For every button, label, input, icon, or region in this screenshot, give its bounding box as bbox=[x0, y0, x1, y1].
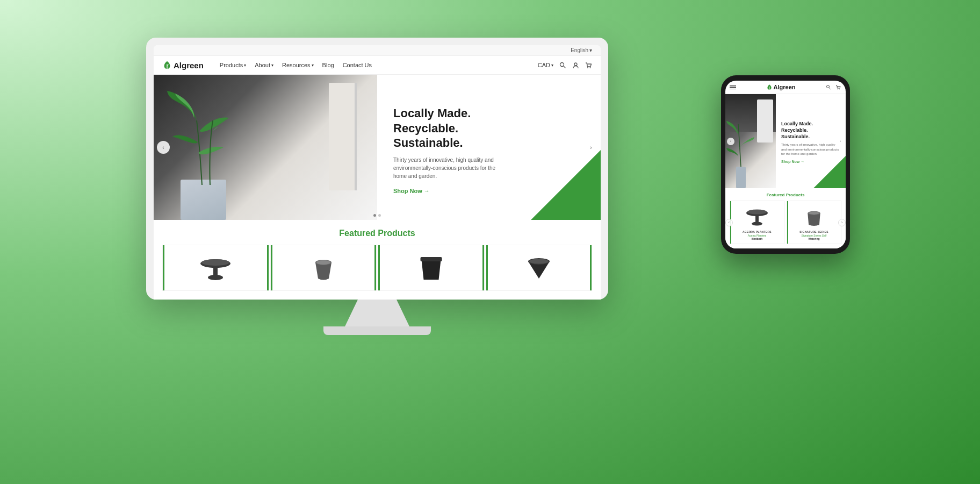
phone-nav: Algreen bbox=[725, 81, 846, 94]
logo-text: Algreen bbox=[174, 61, 204, 70]
phone-product-card-1[interactable]: ACERRA PLANTERS Acerra Planters Birdbath bbox=[730, 201, 784, 244]
nav-blog[interactable]: Blog bbox=[322, 62, 334, 68]
hero-text-container: Locally Made. Recyclable. Sustainable. T… bbox=[393, 106, 585, 194]
hero-description: Thirty years of innovative, high quality… bbox=[393, 156, 501, 180]
phone-nav-icons bbox=[825, 84, 841, 90]
hero-prev-button[interactable]: ‹ bbox=[157, 141, 170, 154]
svg-line-1 bbox=[563, 66, 565, 68]
language-dropdown[interactable]: English ▾ bbox=[571, 47, 592, 53]
phone-product-card-2[interactable]: SIGNATURE SERIES Signature Series Self W… bbox=[787, 201, 841, 244]
plant-pot bbox=[181, 180, 226, 220]
phone-logo-text: Algreen bbox=[774, 84, 796, 90]
svg-point-17 bbox=[837, 89, 838, 90]
product-card-birdbath[interactable] bbox=[162, 245, 269, 291]
product-image-planter-round bbox=[305, 252, 342, 284]
products-chevron-icon: ▾ bbox=[244, 63, 246, 68]
phone-products-next[interactable]: › bbox=[838, 219, 846, 226]
svg-marker-20 bbox=[813, 156, 846, 188]
phone-logo-icon bbox=[766, 84, 773, 90]
nav-about[interactable]: About▾ bbox=[255, 62, 273, 68]
phone-hero: ‹ bbox=[725, 94, 846, 188]
language-label: English bbox=[571, 47, 588, 53]
products-row bbox=[162, 245, 592, 291]
svg-point-22 bbox=[747, 210, 767, 215]
hero-dot-1[interactable] bbox=[373, 214, 376, 217]
nav-products[interactable]: Products▾ bbox=[220, 62, 246, 68]
phone-hero-content: Locally Made.Recyclable.Sustainable. Thi… bbox=[776, 94, 846, 188]
phone-product-desc-1: Birdbath bbox=[752, 237, 763, 240]
resources-chevron-icon: ▾ bbox=[312, 63, 314, 68]
top-bar: English ▾ bbox=[154, 45, 601, 56]
phone-hamburger-menu[interactable] bbox=[730, 85, 736, 90]
phone-products-prev[interactable]: ‹ bbox=[725, 219, 733, 226]
cad-chevron-icon: ▾ bbox=[551, 63, 553, 68]
account-icon[interactable] bbox=[572, 61, 579, 69]
product-image-planter-square bbox=[412, 252, 450, 284]
hamburger-line-3 bbox=[730, 89, 736, 90]
phone-product-image-2 bbox=[801, 204, 827, 229]
hero-dot-2[interactable] bbox=[378, 214, 381, 217]
phone-products-row: ‹ ACERRA PLANTERS Acerra Planters bbox=[730, 201, 841, 244]
algreen-logo-icon bbox=[162, 60, 172, 70]
hero-next-button[interactable]: › bbox=[585, 141, 597, 154]
svg-rect-23 bbox=[755, 215, 759, 223]
hamburger-line-1 bbox=[730, 85, 736, 86]
svg-rect-19 bbox=[736, 167, 746, 188]
monitor-frame: English ▾ Algreen bbox=[146, 38, 608, 300]
svg-point-18 bbox=[839, 89, 840, 90]
phone-product-desc-2: Watering bbox=[808, 237, 819, 240]
plant-stem bbox=[202, 120, 218, 185]
phone-door bbox=[757, 99, 773, 143]
hero-content: Locally Made. Recyclable. Sustainable. T… bbox=[377, 75, 601, 220]
monitor-base bbox=[323, 326, 431, 335]
nav-links: Products▾ About▾ Resources▾ Blog Contact bbox=[220, 62, 527, 68]
cad-dropdown[interactable]: CAD ▾ bbox=[538, 62, 553, 68]
monitor-screen: English ▾ Algreen bbox=[154, 45, 601, 300]
door-frame-decoration bbox=[355, 83, 357, 190]
nav-right: CAD ▾ bbox=[538, 61, 592, 69]
phone-hero-prev[interactable]: ‹ bbox=[727, 138, 734, 145]
phone-frame: Algreen bbox=[721, 75, 850, 254]
search-icon[interactable] bbox=[559, 61, 566, 69]
phone-cart-icon[interactable] bbox=[835, 84, 841, 90]
featured-products-title: Featured Products bbox=[162, 229, 592, 238]
nav-resources[interactable]: Resources▾ bbox=[282, 62, 314, 68]
phone-search-icon[interactable] bbox=[825, 84, 832, 90]
phone-product-label-1: ACERRA PLANTERS bbox=[743, 230, 772, 233]
svg-rect-12 bbox=[420, 257, 442, 261]
phone-hero-next[interactable]: › bbox=[837, 138, 844, 145]
product-card-planter-round[interactable] bbox=[270, 245, 377, 291]
phone-screen: Algreen bbox=[725, 81, 846, 248]
desktop-monitor: English ▾ Algreen bbox=[146, 38, 608, 335]
hero-image bbox=[154, 75, 377, 220]
product-image-planter-tapered bbox=[520, 252, 558, 284]
svg-point-11 bbox=[316, 260, 330, 265]
hero-cta-link[interactable]: Shop Now → bbox=[393, 188, 585, 194]
monitor-stand bbox=[345, 300, 409, 326]
phone-product-image-1 bbox=[744, 204, 770, 229]
phone-green-triangle bbox=[813, 156, 846, 188]
language-chevron: ▾ bbox=[589, 47, 592, 53]
svg-line-16 bbox=[829, 88, 831, 89]
phone-product-label-2: SIGNATURE SERIES bbox=[799, 230, 828, 233]
phone-featured-title: Featured Products bbox=[730, 193, 841, 197]
product-image-birdbath bbox=[197, 252, 234, 284]
svg-point-3 bbox=[587, 67, 588, 68]
nav-logo[interactable]: Algreen bbox=[162, 60, 204, 70]
desktop-nav: Algreen Products▾ About▾ Resources▾ bbox=[154, 56, 601, 75]
nav-contact[interactable]: Contact Us bbox=[343, 62, 372, 68]
product-card-planter-square[interactable] bbox=[378, 245, 485, 291]
svg-point-2 bbox=[574, 63, 577, 66]
door-decoration bbox=[329, 83, 356, 190]
product-card-planter-tapered[interactable] bbox=[486, 245, 593, 291]
svg-point-9 bbox=[208, 275, 223, 280]
hero-section: ‹ bbox=[154, 75, 601, 220]
cart-icon[interactable] bbox=[585, 61, 592, 69]
scene: English ▾ Algreen bbox=[114, 22, 866, 462]
phone-hero-desc: Thirty years of innovative, high quality… bbox=[781, 143, 840, 156]
phone-logo[interactable]: Algreen bbox=[766, 84, 796, 90]
svg-point-7 bbox=[201, 259, 229, 266]
hero-title: Locally Made. Recyclable. Sustainable. bbox=[393, 106, 585, 151]
svg-point-4 bbox=[589, 67, 590, 68]
svg-point-14 bbox=[529, 259, 549, 264]
